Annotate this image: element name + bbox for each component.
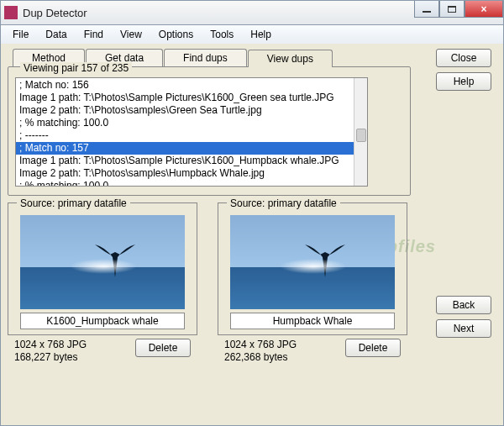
image2-dims: 1024 x 768 JPG (224, 339, 297, 351)
image1-source: Source: primary datafile (17, 197, 130, 209)
image1-thumbnail (20, 215, 185, 309)
menu-view[interactable]: View (112, 27, 150, 42)
splash (280, 259, 347, 274)
tab-finddups[interactable]: Find dups (164, 49, 247, 66)
maximize-button[interactable] (439, 1, 465, 18)
menu-find[interactable]: Find (76, 27, 112, 42)
menu-file[interactable]: File (4, 27, 37, 42)
image2-panel: Source: primary datafile Humpback Whale (218, 202, 407, 335)
minimize-button[interactable] (414, 1, 439, 18)
app-icon (4, 6, 18, 19)
window-title: Dup Detector (23, 7, 87, 19)
delete2-button[interactable]: Delete (345, 339, 401, 357)
menu-tools[interactable]: Tools (202, 27, 242, 42)
list-item[interactable]: Image 2 path: T:\Photos\samples\Green Se… (16, 104, 367, 117)
results-listbox[interactable]: ; Match no: 156 Image 1 path: T:\Photos\… (15, 77, 368, 187)
nav-buttons: Back Next (436, 296, 491, 338)
list-item[interactable]: ; % matching: 100.0 (16, 117, 367, 129)
window-controls: × (414, 1, 503, 18)
list-item[interactable]: ; % matching: 100.0 (16, 180, 367, 187)
image1-name: K1600_Humpback whale (20, 313, 185, 329)
close-button[interactable]: Close (436, 49, 491, 67)
delete1-button[interactable]: Delete (135, 339, 191, 357)
compare-row: Source: primary datafile K1600_Humpback … (8, 202, 496, 335)
side-buttons-top: Close Help (436, 49, 491, 91)
list-item[interactable]: Image 1 path: T:\Photos\Sample Pictures\… (16, 92, 367, 104)
list-item[interactable]: ; Match no: 156 (16, 79, 367, 92)
image1-panel: Source: primary datafile K1600_Humpback … (8, 202, 197, 335)
menu-help[interactable]: Help (242, 27, 280, 42)
list-item-selected[interactable]: ; Match no: 157 (16, 142, 367, 155)
whale-tail-icon (86, 232, 144, 282)
menu-options[interactable]: Options (150, 27, 202, 42)
tab-viewdups[interactable]: View dups (248, 50, 333, 67)
titlebar[interactable]: Dup Detector × (0, 0, 504, 25)
splash (70, 259, 137, 274)
list-panel: Viewing pair 157 of 235 ; Match no: 156 … (8, 66, 411, 196)
list-item[interactable]: Image 2 path: T:\Photos\samples\Humpback… (16, 167, 367, 180)
menubar: File Data Find View Options Tools Help (0, 25, 504, 44)
menu-data[interactable]: Data (37, 27, 75, 42)
whale-tail-icon (296, 232, 354, 282)
image1-dims: 1024 x 768 JPG (14, 339, 87, 351)
list-item[interactable]: Image 1 path: T:\Photos\Sample Pictures\… (16, 155, 367, 167)
image1-size: 168,227 bytes (14, 351, 87, 364)
help-button[interactable]: Help (436, 72, 491, 91)
list-scrollbar[interactable] (354, 78, 367, 186)
list-header: Viewing pair 157 of 235 (20, 62, 132, 74)
scrollbar-thumb[interactable] (356, 129, 366, 142)
close-window-button[interactable]: × (465, 1, 503, 18)
meta-row: 1024 x 768 JPG 168,227 bytes Delete 1024… (8, 339, 496, 364)
image2-thumbnail (230, 215, 395, 309)
image1-meta: 1024 x 768 JPG 168,227 bytes Delete (8, 339, 197, 364)
image2-name: Humpback Whale (230, 313, 395, 329)
back-button[interactable]: Back (436, 296, 491, 314)
next-button[interactable]: Next (436, 319, 491, 338)
list-item[interactable]: ; ------- (16, 129, 367, 142)
image2-meta: 1024 x 768 JPG 262,368 bytes Delete (218, 339, 407, 364)
image2-source: Source: primary datafile (227, 197, 340, 209)
image2-size: 262,368 bytes (224, 351, 297, 364)
client-area: Method Get data Find dups View dups Clos… (0, 44, 504, 426)
